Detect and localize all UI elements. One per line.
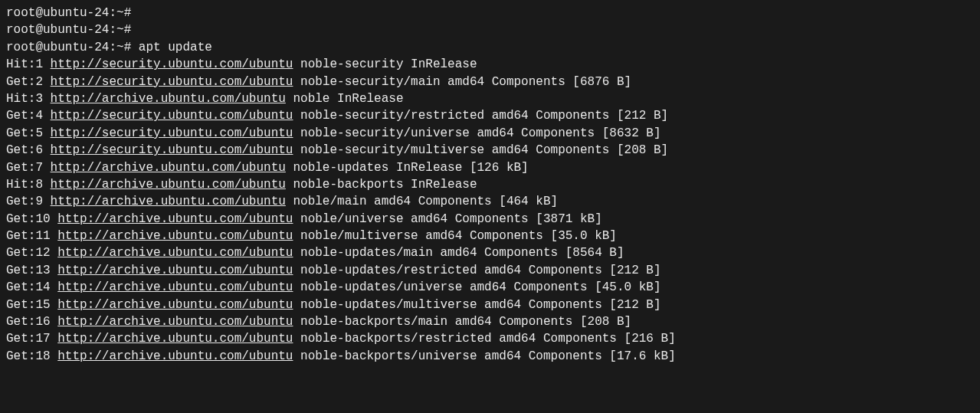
apt-line-suffix: noble-security/restricted amd64 Componen… [293, 109, 668, 123]
apt-line-prefix: Get:16 [6, 315, 57, 329]
apt-line-prefix: Get:15 [6, 298, 57, 312]
apt-output-line: Get:14 http://archive.ubuntu.com/ubuntu … [6, 279, 974, 296]
apt-line-suffix: noble/universe amd64 Components [3871 kB… [293, 212, 601, 226]
repository-url[interactable]: http://archive.ubuntu.com/ubuntu [51, 161, 286, 175]
apt-line-prefix: Hit:3 [6, 92, 51, 106]
apt-line-prefix: Get:14 [6, 280, 57, 294]
apt-output-line: Get:11 http://archive.ubuntu.com/ubuntu … [6, 228, 974, 244]
shell-prompt: root@ubuntu-24:~# [6, 41, 131, 54]
apt-line-suffix: noble-updates/restricted amd64 Component… [293, 264, 660, 277]
shell-prompt: root@ubuntu-24:~# [6, 6, 131, 20]
apt-line-suffix: noble-security/universe amd64 Components… [293, 126, 660, 140]
shell-command: apt update [139, 41, 212, 54]
shell-prompt: root@ubuntu-24:~# [6, 23, 131, 37]
apt-line-suffix: noble-updates InRelease [126 kB] [286, 161, 529, 175]
prompt-line: root@ubuntu-24:~# [6, 5, 974, 21]
repository-url[interactable]: http://archive.ubuntu.com/ubuntu [57, 229, 293, 243]
apt-output-line: Get:9 http://archive.ubuntu.com/ubuntu n… [6, 193, 974, 210]
apt-output-line: Hit:3 http://archive.ubuntu.com/ubuntu n… [6, 90, 974, 107]
apt-line-prefix: Get:4 [6, 109, 51, 123]
apt-line-suffix: noble-backports InRelease [286, 178, 477, 192]
apt-output-line: Get:16 http://archive.ubuntu.com/ubuntu … [6, 313, 974, 330]
apt-line-suffix: noble-backports/universe amd64 Component… [293, 349, 675, 363]
apt-line-suffix: noble-security/multiverse amd64 Componen… [293, 143, 668, 157]
apt-output-line: Get:4 http://security.ubuntu.com/ubuntu … [6, 107, 974, 124]
apt-line-suffix: noble InRelease [286, 92, 404, 106]
repository-url[interactable]: http://archive.ubuntu.com/ubuntu [57, 280, 293, 294]
repository-url[interactable]: http://archive.ubuntu.com/ubuntu [57, 332, 293, 346]
apt-output-line: Get:10 http://archive.ubuntu.com/ubuntu … [6, 211, 974, 228]
repository-url[interactable]: http://archive.ubuntu.com/ubuntu [57, 349, 293, 363]
apt-output-line: Get:12 http://archive.ubuntu.com/ubuntu … [6, 244, 974, 261]
apt-line-suffix: noble-backports/main amd64 Components [2… [293, 315, 631, 329]
apt-line-prefix: Hit:1 [6, 57, 51, 71]
apt-line-prefix: Get:2 [6, 75, 51, 89]
repository-url[interactable]: http://security.ubuntu.com/ubuntu [51, 75, 293, 89]
apt-line-suffix: noble-updates/universe amd64 Components … [293, 280, 660, 294]
apt-line-prefix: Get:9 [6, 195, 51, 208]
apt-line-prefix: Get:7 [6, 161, 51, 175]
repository-url[interactable]: http://archive.ubuntu.com/ubuntu [57, 212, 293, 226]
repository-url[interactable]: http://archive.ubuntu.com/ubuntu [51, 92, 286, 106]
apt-output-line: Get:13 http://archive.ubuntu.com/ubuntu … [6, 262, 974, 279]
apt-line-prefix: Get:17 [6, 332, 57, 346]
repository-url[interactable]: http://archive.ubuntu.com/ubuntu [57, 315, 293, 329]
terminal-output[interactable]: root@ubuntu-24:~# root@ubuntu-24:~# root… [6, 5, 974, 365]
apt-output-line: Get:17 http://archive.ubuntu.com/ubuntu … [6, 330, 974, 347]
apt-output-line: Hit:8 http://archive.ubuntu.com/ubuntu n… [6, 176, 974, 193]
apt-line-suffix: noble-security/main amd64 Components [68… [293, 75, 631, 89]
apt-line-prefix: Get:6 [6, 143, 51, 157]
apt-line-prefix: Get:13 [6, 264, 57, 277]
apt-line-prefix: Get:10 [6, 212, 57, 226]
repository-url[interactable]: http://archive.ubuntu.com/ubuntu [51, 195, 286, 208]
repository-url[interactable]: http://security.ubuntu.com/ubuntu [51, 109, 293, 123]
apt-output-line: Get:6 http://security.ubuntu.com/ubuntu … [6, 142, 974, 159]
repository-url[interactable]: http://security.ubuntu.com/ubuntu [51, 143, 293, 157]
apt-output-line: Get:15 http://archive.ubuntu.com/ubuntu … [6, 297, 974, 313]
repository-url[interactable]: http://archive.ubuntu.com/ubuntu [57, 298, 293, 312]
apt-line-suffix: noble-backports/restricted amd64 Compone… [293, 332, 675, 346]
apt-line-prefix: Get:12 [6, 246, 57, 260]
apt-line-prefix: Get:18 [6, 349, 57, 363]
apt-line-suffix: noble/main amd64 Components [464 kB] [286, 195, 558, 208]
apt-output-line: Get:18 http://archive.ubuntu.com/ubuntu … [6, 348, 974, 365]
apt-line-prefix: Get:5 [6, 126, 51, 140]
repository-url[interactable]: http://archive.ubuntu.com/ubuntu [57, 264, 293, 277]
repository-url[interactable]: http://security.ubuntu.com/ubuntu [51, 126, 293, 140]
prompt-line: root@ubuntu-24:~# apt update [6, 39, 974, 56]
apt-line-suffix: noble-security InRelease [293, 57, 477, 71]
repository-url[interactable]: http://security.ubuntu.com/ubuntu [51, 57, 293, 71]
apt-output-line: Get:2 http://security.ubuntu.com/ubuntu … [6, 74, 974, 90]
apt-line-suffix: noble-updates/multiverse amd64 Component… [293, 298, 660, 312]
apt-line-suffix: noble/multiverse amd64 Components [35.0 … [293, 229, 616, 243]
repository-url[interactable]: http://archive.ubuntu.com/ubuntu [51, 178, 286, 192]
apt-output-line: Hit:1 http://security.ubuntu.com/ubuntu … [6, 56, 974, 73]
repository-url[interactable]: http://archive.ubuntu.com/ubuntu [57, 246, 293, 260]
prompt-line: root@ubuntu-24:~# [6, 21, 974, 38]
apt-output-line: Get:5 http://security.ubuntu.com/ubuntu … [6, 125, 974, 142]
apt-line-prefix: Get:11 [6, 229, 57, 243]
apt-line-suffix: noble-updates/main amd64 Components [856… [293, 246, 624, 260]
apt-output-line: Get:7 http://archive.ubuntu.com/ubuntu n… [6, 159, 974, 176]
apt-line-prefix: Hit:8 [6, 178, 51, 192]
